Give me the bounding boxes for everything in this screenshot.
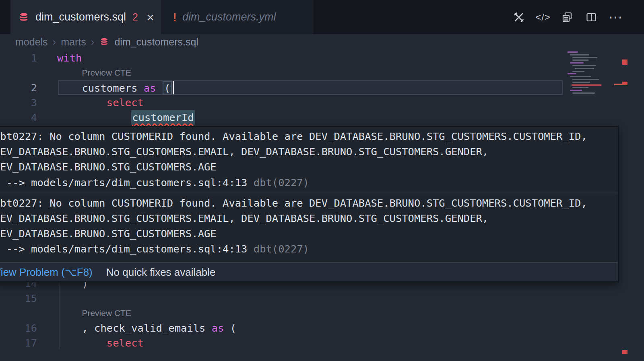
line-number[interactable]: 4 <box>0 111 37 123</box>
tab-dim-customers-sql[interactable]: dim_customers.sql 2 × <box>10 0 161 34</box>
code-token: customerId <box>131 110 195 125</box>
problems-count-badge: 2 <box>132 11 138 23</box>
error-marker <box>622 59 627 65</box>
preview-cte-lens[interactable]: Preview CTE <box>82 68 131 78</box>
database-icon <box>99 37 109 47</box>
text-cursor <box>173 81 174 94</box>
minimap-row <box>572 71 584 72</box>
minimap-row <box>570 76 591 77</box>
line-number[interactable]: 3 <box>0 96 37 109</box>
minimap-row <box>570 90 582 91</box>
code-token <box>156 82 162 94</box>
code-lens-row: Preview CTE <box>0 66 644 80</box>
code-token: ( <box>163 81 172 94</box>
code-line-2[interactable]: 2customers as ( <box>0 80 644 95</box>
code-token: , check_valid_emails <box>82 322 211 334</box>
minimap-row <box>572 57 597 58</box>
breadcrumb: models › marts › dim_customers.sql <box>0 34 644 49</box>
tab-label: dim_customers.sql <box>35 11 126 23</box>
code-line-17[interactable]: 17select <box>0 335 644 350</box>
crossed-swords-icon[interactable] <box>513 11 525 23</box>
tab-label: dim_customers.yml <box>182 11 276 23</box>
code-token: ( <box>224 322 237 334</box>
line-number[interactable]: 15 <box>0 292 37 304</box>
code-line-16[interactable]: 16, check_valid_emails as ( <box>0 320 644 335</box>
indent-guide <box>59 277 60 350</box>
diagnostic-text-line: DEV_DATABASE.BRUNO.STG_CUSTOMERS.AGE <box>0 226 618 241</box>
diagnostic-message: dbt0227: No column CUSTOMERID found. Ava… <box>0 193 618 259</box>
editor-code-top[interactable]: 1withPreview CTE2customers as (3select4c… <box>0 51 644 126</box>
minimap-row <box>572 92 595 94</box>
editor-code-bottom[interactable]: 14)15Preview CTE16, check_valid_emails a… <box>0 276 644 352</box>
editor-actions: </> ⋯ <box>513 0 621 34</box>
code-line-4[interactable]: 4customerId <box>0 110 644 125</box>
code-line-15[interactable]: 15 <box>0 291 644 306</box>
diagnostic-messages: dbt0227: No column CUSTOMERID found. Ava… <box>0 127 618 262</box>
line-number[interactable]: 1 <box>0 52 37 64</box>
tab-dim-customers-yml[interactable]: ! dim_customers.yml <box>162 0 314 34</box>
error-exclamation-icon: ! <box>173 10 177 24</box>
diagnostic-text-line: dbt0227: No column CUSTOMERID found. Ava… <box>0 195 618 211</box>
code-token: select <box>107 96 144 109</box>
diagnostic-code: dbt(0227) <box>254 243 309 255</box>
no-quick-fixes-label: No quick fixes available <box>106 266 216 279</box>
minimap[interactable] <box>566 51 622 98</box>
diagnostic-location-link[interactable]: --> models/marts/dim_customers.sql:4:13 <box>0 176 254 189</box>
database-icon <box>18 11 30 23</box>
tab-bar: dim_customers.sql 2 × ! dim_customers.ym… <box>0 0 644 34</box>
breadcrumb-item-models[interactable]: models <box>15 36 48 48</box>
preview-cte-lens[interactable]: Preview CTE <box>82 308 131 318</box>
diagnostic-text-line: dbt0227: No column CUSTOMERID found. Ava… <box>0 129 618 144</box>
breadcrumb-item-marts[interactable]: marts <box>61 36 86 48</box>
code-token: as <box>144 82 156 94</box>
minimap-row <box>572 79 599 80</box>
diagnostic-message: dbt0227: No column CUSTOMERID found. Ava… <box>0 127 618 193</box>
view-problem-link[interactable]: View Problem (⌥F8) <box>0 266 93 279</box>
code-token: select <box>107 337 144 349</box>
code-token: customers <box>82 82 144 94</box>
code-token: with <box>57 52 82 64</box>
minimap-row <box>572 87 588 88</box>
code-token: as <box>212 322 224 334</box>
breadcrumb-item-file[interactable]: dim_customers.sql <box>114 36 198 48</box>
minimap-row <box>572 84 601 86</box>
code-line-1[interactable]: 1with <box>0 51 644 66</box>
diagnostic-text-line: DEV_DATABASE.BRUNO.STG_CUSTOMERS.AGE <box>0 159 618 174</box>
hover-status-bar: View Problem (⌥F8) No quick fixes availa… <box>0 262 618 281</box>
minimap-row <box>570 54 589 55</box>
compile-code-icon[interactable]: </> <box>537 11 549 23</box>
minimap-row <box>568 51 578 53</box>
diagnostic-code: dbt(0227) <box>254 176 309 189</box>
chevron-right-icon: › <box>91 36 95 48</box>
minimap-error-marker <box>614 84 622 85</box>
minimap-row <box>572 65 596 66</box>
split-editor-icon[interactable] <box>585 11 597 23</box>
error-marker <box>622 82 627 85</box>
more-actions-icon[interactable]: ⋯ <box>609 11 621 23</box>
chevron-right-icon: › <box>53 36 56 48</box>
diagnostic-location-link[interactable]: --> models/marts/dim_customers.sql:4:13 <box>0 243 254 255</box>
error-marker <box>622 350 627 354</box>
code-line-3[interactable]: 3select <box>0 95 644 110</box>
line-number[interactable]: 16 <box>0 322 37 334</box>
minimap-row <box>572 59 588 61</box>
minimap-row <box>572 82 590 83</box>
overview-ruler[interactable] <box>622 0 627 361</box>
error-hover-widget: dbt0227: No column CUSTOMERID found. Ava… <box>0 126 619 282</box>
minimap-row <box>575 68 594 69</box>
close-icon[interactable]: × <box>147 11 154 24</box>
code-lens-row: Preview CTE <box>0 306 644 320</box>
minimap-row <box>568 73 576 74</box>
line-number[interactable]: 2 <box>0 82 37 94</box>
minimap-row <box>570 62 584 64</box>
line-number[interactable]: 17 <box>0 337 37 349</box>
diagnostic-text-line: DEV_DATABASE.BRUNO.STG_CUSTOMERS.EMAIL, … <box>0 144 618 159</box>
copy-table-icon[interactable] <box>561 11 573 23</box>
diagnostic-text-line: DEV_DATABASE.BRUNO.STG_CUSTOMERS.EMAIL, … <box>0 211 618 226</box>
